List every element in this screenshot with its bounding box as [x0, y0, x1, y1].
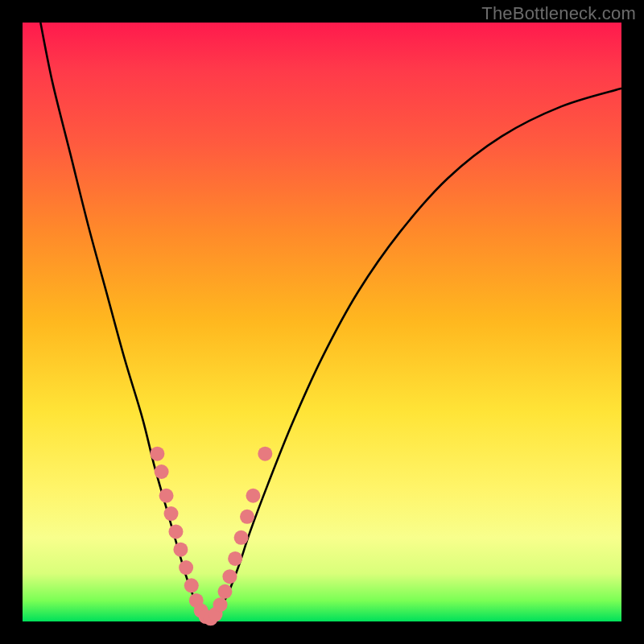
data-marker: [150, 447, 164, 461]
chart-svg: [23, 23, 621, 621]
watermark-text: TheBottleneck.com: [481, 3, 636, 24]
data-marker: [164, 506, 179, 521]
data-marker: [168, 524, 183, 539]
data-marker: [228, 551, 242, 566]
data-marker: [184, 578, 199, 592]
data-marker: [159, 489, 174, 503]
data-marker: [234, 530, 249, 545]
bottleneck-curve: [40, 23, 621, 621]
data-marker: [246, 489, 260, 503]
data-marker: [173, 543, 188, 557]
data-marker: [217, 584, 232, 599]
data-marker: [258, 447, 272, 461]
data-marker: [222, 569, 237, 584]
chart-frame: TheBottleneck.com: [0, 0, 644, 644]
data-marker: [179, 560, 193, 575]
data-marker: [155, 464, 169, 479]
data-marker: [213, 597, 228, 612]
plot-area: [23, 23, 621, 621]
data-marker: [240, 510, 254, 524]
marker-group: [150, 447, 272, 626]
